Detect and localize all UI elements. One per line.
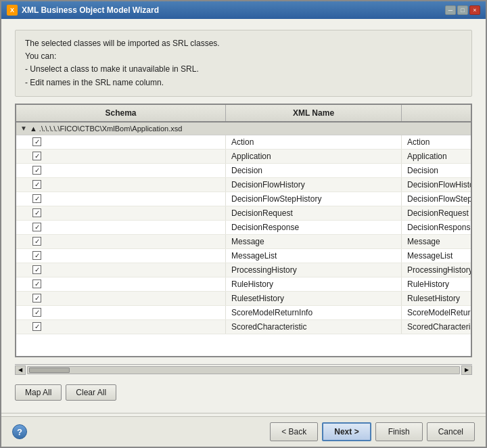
cancel-button[interactable]: Cancel [427, 422, 475, 441]
srl-name-cell[interactable]: Application [402, 150, 471, 163]
srl-name-cell[interactable]: DecisionResponse [402, 221, 471, 234]
scroll-left-button[interactable]: ◀ [15, 365, 26, 375]
instruction-line4: - Edit names in the SRL name column. [25, 76, 462, 89]
table-row[interactable]: ProcessingHistoryProcessingHistory [16, 263, 471, 277]
scroll-right-button[interactable]: ▶ [461, 365, 472, 375]
window-title: XML Business Object Model Wizard [22, 5, 159, 15]
close-button[interactable]: × [469, 5, 480, 15]
title-bar-left: X XML Business Object Model Wizard [7, 5, 159, 16]
table-row[interactable]: MessageListMessageList [16, 249, 471, 263]
instruction-line2: You can: [25, 50, 462, 63]
row-checkbox[interactable] [32, 180, 41, 189]
srl-name-cell[interactable]: DecisionFlowStepH [402, 192, 471, 206]
content-area: The selected classes will be imported as… [1, 19, 486, 410]
row-checkbox[interactable] [32, 322, 41, 331]
srl-name-cell[interactable]: RulesetHistory [402, 292, 471, 305]
row-checkbox[interactable] [32, 308, 41, 317]
table-row[interactable]: ScoredCharacteristicScoredCharacterist [16, 320, 471, 334]
row-checkbox[interactable] [32, 294, 41, 303]
table-row[interactable]: RulesetHistoryRulesetHistory [16, 292, 471, 306]
xml-name-cell: RulesetHistory [226, 292, 402, 305]
srl-name-cell[interactable]: ScoreModelReturnI [402, 306, 471, 319]
tree-root-row[interactable]: ▼ ▲ .\.\.\.\.\FICO\CTBC\XmlBom\Applicati… [16, 122, 471, 135]
srl-name-cell[interactable]: Action [402, 135, 471, 149]
xml-name-cell: ProcessingHistory [226, 263, 402, 277]
table-row[interactable]: ScoreModelReturnInfoScoreModelReturnI [16, 306, 471, 320]
srl-name-cell[interactable]: Decision [402, 164, 471, 177]
xml-name-cell: DecisionResponse [226, 221, 402, 234]
window-icon: X [7, 5, 18, 16]
footer: ? < Back Next > Finish Cancel [1, 416, 486, 447]
srl-name-cell[interactable]: ProcessingHistory [402, 263, 471, 277]
col-xmlname: XML Name [226, 105, 402, 121]
schema-cell [16, 306, 226, 319]
minimize-button[interactable]: ─ [445, 5, 456, 15]
scrollbar-track[interactable] [27, 366, 460, 374]
finish-button[interactable]: Finish [375, 422, 423, 441]
footer-separator [1, 413, 486, 413]
row-checkbox[interactable] [32, 194, 41, 203]
clear-all-button[interactable]: Clear All [66, 384, 116, 401]
xml-name-cell: Message [226, 235, 402, 248]
table-header: Schema XML Name [16, 105, 471, 122]
class-table: Schema XML Name ▼ ▲ .\.\.\.\.\FICO\CTBC\… [15, 104, 472, 357]
schema-cell [16, 320, 226, 334]
maximize-button[interactable]: □ [457, 5, 468, 15]
rows-container: ActionActionApplicationApplicationDecisi… [16, 135, 471, 334]
row-checkbox[interactable] [32, 237, 41, 246]
row-checkbox[interactable] [32, 279, 41, 288]
table-row[interactable]: MessageMessage [16, 235, 471, 249]
xml-name-cell: DecisionFlowHistory [226, 178, 402, 192]
scrollbar-thumb[interactable] [29, 367, 70, 373]
srl-name-cell[interactable]: MessageList [402, 249, 471, 263]
table-row[interactable]: DecisionFlowHistoryDecisionFlowHisto [16, 178, 471, 192]
row-checkbox[interactable] [32, 208, 41, 217]
xml-name-cell: ScoreModelReturnInfo [226, 306, 402, 319]
xml-name-cell: DecisionFlowStepHistory [226, 192, 402, 206]
schema-cell [16, 178, 226, 192]
title-bar: X XML Business Object Model Wizard ─ □ × [1, 1, 486, 19]
table-row[interactable]: DecisionFlowStepHistoryDecisionFlowStepH [16, 192, 471, 206]
schema-cell [16, 192, 226, 206]
srl-name-cell[interactable]: RuleHistory [402, 277, 471, 291]
col-schema: Schema [16, 105, 226, 121]
srl-name-cell[interactable]: Message [402, 235, 471, 248]
row-checkbox[interactable] [32, 137, 41, 146]
row-checkbox[interactable] [32, 152, 41, 160]
instruction-line3: - Unselect a class to make it unavailabl… [25, 63, 462, 76]
schema-cell [16, 277, 226, 291]
row-checkbox[interactable] [32, 166, 41, 175]
tree-expand-icon: ▼ [20, 125, 27, 132]
action-row: Map All Clear All [15, 382, 472, 403]
schema-cell [16, 221, 226, 234]
instructions-panel: The selected classes will be imported as… [15, 30, 472, 97]
table-row[interactable]: ActionAction [16, 135, 471, 150]
table-row[interactable]: ApplicationApplication [16, 150, 471, 164]
srl-name-cell[interactable]: DecisionRequest [402, 206, 471, 220]
table-body[interactable]: ▼ ▲ .\.\.\.\.\FICO\CTBC\XmlBom\Applicati… [16, 122, 471, 356]
horizontal-scrollbar[interactable]: ◀ ▶ [15, 364, 472, 375]
table-row[interactable]: DecisionDecision [16, 164, 471, 178]
row-checkbox[interactable] [32, 251, 41, 260]
tree-path-label: ▲ .\.\.\.\.\FICO\CTBC\XmlBom\Application… [30, 125, 182, 133]
schema-cell [16, 249, 226, 263]
table-row[interactable]: DecisionResponseDecisionResponse [16, 221, 471, 235]
title-controls: ─ □ × [445, 5, 480, 15]
back-button[interactable]: < Back [270, 422, 318, 441]
xml-name-cell: Action [226, 135, 402, 149]
footer-right: < Back Next > Finish Cancel [270, 422, 475, 441]
footer-left: ? [12, 424, 27, 439]
next-button[interactable]: Next > [322, 422, 371, 441]
table-row[interactable]: DecisionRequestDecisionRequest [16, 206, 471, 221]
row-checkbox[interactable] [32, 223, 41, 231]
srl-name-cell[interactable]: DecisionFlowHisto [402, 178, 471, 192]
map-all-button[interactable]: Map All [15, 384, 62, 401]
xml-name-cell: MessageList [226, 249, 402, 263]
schema-cell [16, 292, 226, 305]
srl-name-cell[interactable]: ScoredCharacterist [402, 320, 471, 334]
help-button[interactable]: ? [12, 424, 27, 439]
row-checkbox[interactable] [32, 265, 41, 274]
xml-name-cell: ScoredCharacteristic [226, 320, 402, 334]
schema-cell [16, 206, 226, 220]
table-row[interactable]: RuleHistoryRuleHistory [16, 277, 471, 292]
